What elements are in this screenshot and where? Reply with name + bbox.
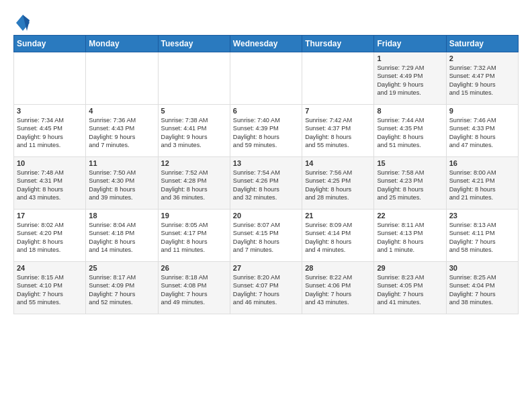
day-number: 3 bbox=[17, 107, 83, 115]
cell-info: Sunrise: 8:23 AM Sunset: 4:05 PM Dayligh… bbox=[377, 273, 443, 307]
cell-info: Sunrise: 8:17 AM Sunset: 4:09 PM Dayligh… bbox=[89, 273, 154, 307]
day-number: 9 bbox=[449, 107, 515, 115]
calendar-cell: 4Sunrise: 7:36 AM Sunset: 4:43 PM Daylig… bbox=[86, 105, 158, 157]
day-number: 27 bbox=[233, 264, 299, 272]
day-number: 29 bbox=[377, 264, 443, 272]
calendar-cell: 2Sunrise: 7:32 AM Sunset: 4:47 PM Daylig… bbox=[446, 52, 518, 105]
day-number: 1 bbox=[377, 54, 443, 62]
calendar-cell: 11Sunrise: 7:50 AM Sunset: 4:30 PM Dayli… bbox=[86, 157, 158, 210]
day-number: 13 bbox=[233, 159, 299, 167]
day-number: 10 bbox=[17, 159, 83, 167]
logo-icon bbox=[15, 13, 31, 32]
cell-info: Sunrise: 7:52 AM Sunset: 4:28 PM Dayligh… bbox=[161, 169, 227, 202]
calendar-cell: 5Sunrise: 7:38 AM Sunset: 4:41 PM Daylig… bbox=[158, 105, 230, 157]
cell-info: Sunrise: 7:32 AM Sunset: 4:47 PM Dayligh… bbox=[449, 64, 515, 97]
col-header-thursday: Thursday bbox=[302, 36, 374, 52]
calendar-cell: 27Sunrise: 8:20 AM Sunset: 4:07 PM Dayli… bbox=[230, 262, 302, 314]
calendar-cell bbox=[158, 52, 230, 105]
calendar-cell bbox=[86, 52, 158, 105]
calendar-cell: 29Sunrise: 8:23 AM Sunset: 4:05 PM Dayli… bbox=[374, 262, 446, 314]
cell-info: Sunrise: 8:05 AM Sunset: 4:17 PM Dayligh… bbox=[161, 221, 227, 255]
calendar-cell: 14Sunrise: 7:56 AM Sunset: 4:25 PM Dayli… bbox=[302, 157, 374, 210]
calendar-cell bbox=[302, 52, 374, 105]
week-row-4: 17Sunrise: 8:02 AM Sunset: 4:20 PM Dayli… bbox=[14, 210, 519, 262]
header bbox=[13, 11, 519, 32]
day-number: 11 bbox=[89, 159, 154, 167]
logo bbox=[13, 13, 31, 32]
calendar-cell: 22Sunrise: 8:11 AM Sunset: 4:13 PM Dayli… bbox=[374, 210, 446, 262]
calendar-cell: 1Sunrise: 7:29 AM Sunset: 4:49 PM Daylig… bbox=[374, 52, 446, 105]
cell-info: Sunrise: 8:00 AM Sunset: 4:21 PM Dayligh… bbox=[449, 169, 515, 202]
calendar-cell: 15Sunrise: 7:58 AM Sunset: 4:23 PM Dayli… bbox=[374, 157, 446, 210]
calendar-cell: 26Sunrise: 8:18 AM Sunset: 4:08 PM Dayli… bbox=[158, 262, 230, 314]
cell-info: Sunrise: 7:42 AM Sunset: 4:37 PM Dayligh… bbox=[305, 116, 371, 150]
day-number: 18 bbox=[89, 212, 154, 220]
day-number: 5 bbox=[161, 107, 227, 115]
col-header-wednesday: Wednesday bbox=[230, 36, 302, 52]
cell-info: Sunrise: 7:46 AM Sunset: 4:33 PM Dayligh… bbox=[449, 116, 515, 150]
cell-info: Sunrise: 7:50 AM Sunset: 4:30 PM Dayligh… bbox=[89, 169, 154, 202]
day-number: 2 bbox=[449, 54, 515, 62]
day-number: 30 bbox=[449, 264, 515, 272]
cell-info: Sunrise: 7:34 AM Sunset: 4:45 PM Dayligh… bbox=[17, 116, 83, 150]
day-number: 22 bbox=[377, 212, 443, 220]
day-number: 6 bbox=[233, 107, 299, 115]
day-number: 25 bbox=[89, 264, 154, 272]
day-number: 14 bbox=[305, 159, 371, 167]
week-row-1: 1Sunrise: 7:29 AM Sunset: 4:49 PM Daylig… bbox=[14, 52, 519, 105]
day-number: 28 bbox=[305, 264, 371, 272]
week-row-2: 3Sunrise: 7:34 AM Sunset: 4:45 PM Daylig… bbox=[14, 105, 519, 157]
cell-info: Sunrise: 7:38 AM Sunset: 4:41 PM Dayligh… bbox=[161, 116, 227, 150]
col-header-saturday: Saturday bbox=[446, 36, 518, 52]
calendar-cell bbox=[230, 52, 302, 105]
calendar-cell: 25Sunrise: 8:17 AM Sunset: 4:09 PM Dayli… bbox=[86, 262, 158, 314]
day-number: 19 bbox=[161, 212, 227, 220]
cell-info: Sunrise: 7:44 AM Sunset: 4:35 PM Dayligh… bbox=[377, 116, 443, 150]
day-number: 24 bbox=[17, 264, 83, 272]
calendar-cell: 9Sunrise: 7:46 AM Sunset: 4:33 PM Daylig… bbox=[446, 105, 518, 157]
day-number: 7 bbox=[305, 107, 371, 115]
calendar-cell: 3Sunrise: 7:34 AM Sunset: 4:45 PM Daylig… bbox=[14, 105, 86, 157]
day-number: 16 bbox=[449, 159, 515, 167]
cell-info: Sunrise: 8:20 AM Sunset: 4:07 PM Dayligh… bbox=[233, 273, 299, 307]
day-number: 23 bbox=[449, 212, 515, 220]
cell-info: Sunrise: 8:25 AM Sunset: 4:04 PM Dayligh… bbox=[449, 273, 515, 307]
calendar-cell: 30Sunrise: 8:25 AM Sunset: 4:04 PM Dayli… bbox=[446, 262, 518, 314]
cell-info: Sunrise: 8:04 AM Sunset: 4:18 PM Dayligh… bbox=[89, 221, 154, 255]
col-header-monday: Monday bbox=[86, 36, 158, 52]
cell-info: Sunrise: 7:36 AM Sunset: 4:43 PM Dayligh… bbox=[89, 116, 154, 150]
calendar-cell: 20Sunrise: 8:07 AM Sunset: 4:15 PM Dayli… bbox=[230, 210, 302, 262]
calendar-table: SundayMondayTuesdayWednesdayThursdayFrid… bbox=[13, 35, 519, 314]
calendar-cell: 6Sunrise: 7:40 AM Sunset: 4:39 PM Daylig… bbox=[230, 105, 302, 157]
page: SundayMondayTuesdayWednesdayThursdayFrid… bbox=[0, 0, 532, 321]
day-number: 4 bbox=[89, 107, 154, 115]
day-number: 15 bbox=[377, 159, 443, 167]
calendar-cell: 21Sunrise: 8:09 AM Sunset: 4:14 PM Dayli… bbox=[302, 210, 374, 262]
cell-info: Sunrise: 8:22 AM Sunset: 4:06 PM Dayligh… bbox=[305, 273, 371, 307]
cell-info: Sunrise: 7:56 AM Sunset: 4:25 PM Dayligh… bbox=[305, 169, 371, 202]
calendar-cell: 24Sunrise: 8:15 AM Sunset: 4:10 PM Dayli… bbox=[14, 262, 86, 314]
day-number: 26 bbox=[161, 264, 227, 272]
calendar-cell: 16Sunrise: 8:00 AM Sunset: 4:21 PM Dayli… bbox=[446, 157, 518, 210]
calendar-cell bbox=[14, 52, 86, 105]
cell-info: Sunrise: 8:18 AM Sunset: 4:08 PM Dayligh… bbox=[161, 273, 227, 307]
cell-info: Sunrise: 7:40 AM Sunset: 4:39 PM Dayligh… bbox=[233, 116, 299, 150]
day-number: 8 bbox=[377, 107, 443, 115]
cell-info: Sunrise: 7:58 AM Sunset: 4:23 PM Dayligh… bbox=[377, 169, 443, 202]
header-row: SundayMondayTuesdayWednesdayThursdayFrid… bbox=[14, 36, 519, 52]
cell-info: Sunrise: 7:54 AM Sunset: 4:26 PM Dayligh… bbox=[233, 169, 299, 202]
cell-info: Sunrise: 7:29 AM Sunset: 4:49 PM Dayligh… bbox=[377, 64, 443, 97]
calendar-cell: 23Sunrise: 8:13 AM Sunset: 4:11 PM Dayli… bbox=[446, 210, 518, 262]
week-row-3: 10Sunrise: 7:48 AM Sunset: 4:31 PM Dayli… bbox=[14, 157, 519, 210]
cell-info: Sunrise: 8:02 AM Sunset: 4:20 PM Dayligh… bbox=[17, 221, 83, 255]
day-number: 20 bbox=[233, 212, 299, 220]
calendar-cell: 8Sunrise: 7:44 AM Sunset: 4:35 PM Daylig… bbox=[374, 105, 446, 157]
cell-info: Sunrise: 8:07 AM Sunset: 4:15 PM Dayligh… bbox=[233, 221, 299, 255]
calendar-cell: 18Sunrise: 8:04 AM Sunset: 4:18 PM Dayli… bbox=[86, 210, 158, 262]
col-header-tuesday: Tuesday bbox=[158, 36, 230, 52]
day-number: 12 bbox=[161, 159, 227, 167]
cell-info: Sunrise: 8:13 AM Sunset: 4:11 PM Dayligh… bbox=[449, 221, 515, 255]
calendar-cell: 28Sunrise: 8:22 AM Sunset: 4:06 PM Dayli… bbox=[302, 262, 374, 314]
day-number: 21 bbox=[305, 212, 371, 220]
calendar-cell: 13Sunrise: 7:54 AM Sunset: 4:26 PM Dayli… bbox=[230, 157, 302, 210]
